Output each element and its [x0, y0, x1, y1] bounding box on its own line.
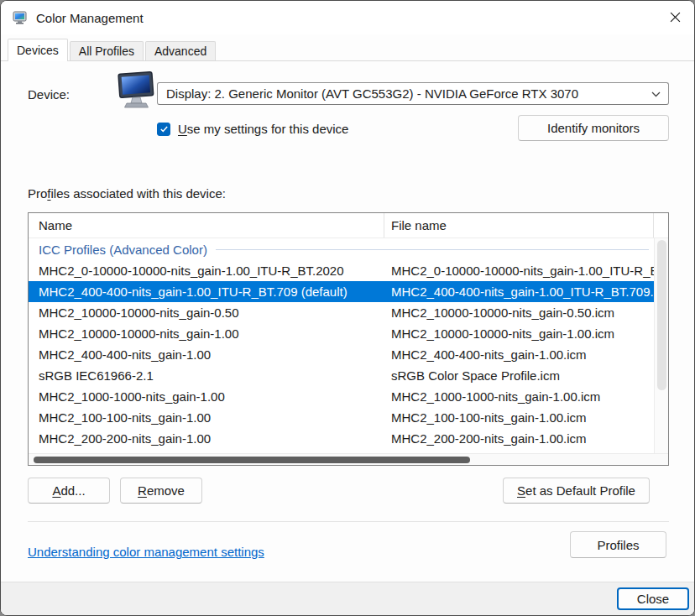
checkmark-icon — [159, 124, 169, 133]
profile-file: MHC2_400-400-nits_gain-1.00.icm — [384, 347, 654, 362]
tab-all-profiles[interactable]: All Profiles — [70, 41, 144, 60]
profile-file: MHC2_10000-10000-nits_gain-1.00.icm — [384, 326, 654, 341]
profile-row[interactable]: MHC2_10000-10000-nits_gain-0.50 MHC2_100… — [29, 302, 654, 323]
profile-row[interactable]: MHC2_100-100-nits_gain-1.00 MHC2_100-100… — [29, 407, 654, 428]
title-bar[interactable]: Color Management — [1, 1, 694, 34]
identify-monitors-button[interactable]: Identify monitors — [518, 115, 669, 141]
column-header-name[interactable]: Name — [29, 213, 384, 238]
profile-group-header: ICC Profiles (Advanced Color) — [29, 238, 654, 260]
dialog-footer — [1, 582, 694, 615]
profile-row[interactable]: MHC2_0-10000-10000-nits_gain-1.00_ITU-R_… — [29, 260, 654, 281]
section-divider — [28, 521, 669, 522]
device-dropdown-value: Display: 2. Generic Monitor (AVT GC553G2… — [166, 86, 578, 101]
profile-file: MHC2_100-100-nits_gain-1.00.icm — [384, 410, 654, 425]
chevron-down-icon — [651, 91, 661, 97]
profile-file: MHC2_1000-1000-nits_gain-1.00.icm — [384, 389, 654, 404]
profile-row[interactable]: MHC2_1000-1000-nits_gain-1.00 MHC2_1000-… — [29, 386, 654, 407]
device-dropdown[interactable]: Display: 2. Generic Monitor (AVT GC553G2… — [157, 82, 669, 105]
profile-row[interactable]: MHC2_400-400-nits_gain-1.00_ITU-R_BT.709… — [29, 281, 654, 302]
horizontal-scrollbar-thumb[interactable] — [34, 457, 470, 463]
profile-file: MHC2_200-200-nits_gain-1.00.icm — [384, 431, 654, 446]
profile-name: MHC2_0-10000-10000-nits_gain-1.00_ITU-R_… — [29, 264, 384, 278]
profile-row[interactable]: sRGB IEC61966-2.1 sRGB Color Space Profi… — [29, 365, 654, 386]
profile-list-header: Name File name — [29, 213, 668, 238]
profile-name: MHC2_10000-10000-nits_gain-1.00 — [29, 326, 384, 341]
profile-file: MHC2_10000-10000-nits_gain-0.50.icm — [384, 305, 654, 320]
use-settings-row[interactable]: Use my settings for this device — [157, 122, 348, 136]
use-settings-checkbox[interactable] — [157, 123, 170, 136]
use-settings-label[interactable]: Use my settings for this device — [178, 122, 348, 136]
profiles-associated-label: Profiles associated with this device: — [28, 186, 226, 201]
add-button[interactable]: Add... — [28, 478, 110, 504]
remove-button[interactable]: Remove — [120, 478, 202, 504]
profile-name: MHC2_400-400-nits_gain-1.00 — [29, 347, 384, 362]
profile-file: MHC2_400-400-nits_gain-1.00_ITU-R_BT.709… — [384, 285, 654, 299]
tab-advanced[interactable]: Advanced — [145, 41, 216, 60]
close-window-button[interactable] — [656, 1, 694, 34]
profile-name: sRGB IEC61966-2.1 — [29, 368, 384, 383]
color-management-icon — [13, 10, 28, 25]
close-icon — [670, 12, 681, 23]
tab-bar: Devices All Profiles Advanced — [8, 39, 217, 61]
profile-file: MHC2_0-10000-10000-nits_gain-1.00_ITU-R_… — [384, 264, 654, 278]
profile-row[interactable]: MHC2_10000-10000-nits_gain-1.00 MHC2_100… — [29, 323, 654, 344]
close-button[interactable]: Close — [617, 587, 689, 610]
profiles-button[interactable]: Profiles — [570, 531, 666, 558]
color-management-dialog: Color Management Devices All Profiles Ad… — [0, 0, 695, 616]
profile-row[interactable]: MHC2_400-400-nits_gain-1.00 MHC2_400-400… — [29, 344, 654, 365]
monitor-icon — [116, 71, 156, 110]
set-as-default-profile-button[interactable]: Set as Default Profile — [503, 478, 650, 504]
profile-list: Name File name ICC Profiles (Advanced Co… — [28, 212, 669, 466]
profile-row[interactable]: MHC2_200-200-nits_gain-1.00 MHC2_200-200… — [29, 428, 654, 449]
group-header-rule — [216, 249, 649, 250]
profile-name: MHC2_100-100-nits_gain-1.00 — [29, 410, 384, 425]
profile-name: MHC2_10000-10000-nits_gain-0.50 — [29, 305, 384, 320]
horizontal-scrollbar[interactable] — [29, 453, 668, 465]
profile-file: sRGB Color Space Profile.icm — [384, 368, 654, 383]
column-header-file-name[interactable]: File name — [384, 213, 654, 238]
vertical-scrollbar[interactable] — [654, 238, 668, 453]
profile-name: MHC2_1000-1000-nits_gain-1.00 — [29, 389, 384, 404]
window-title: Color Management — [36, 11, 144, 25]
profile-list-body: ICC Profiles (Advanced Color) MHC2_0-100… — [29, 238, 654, 453]
profile-name: MHC2_200-200-nits_gain-1.00 — [29, 431, 384, 446]
profile-name: MHC2_400-400-nits_gain-1.00_ITU-R_BT.709… — [29, 285, 384, 299]
vertical-scrollbar-thumb[interactable] — [657, 240, 666, 390]
tab-devices[interactable]: Devices — [8, 39, 68, 61]
understanding-color-management-link[interactable]: Understanding color management settings — [28, 545, 264, 559]
device-label: Device: — [28, 87, 70, 102]
